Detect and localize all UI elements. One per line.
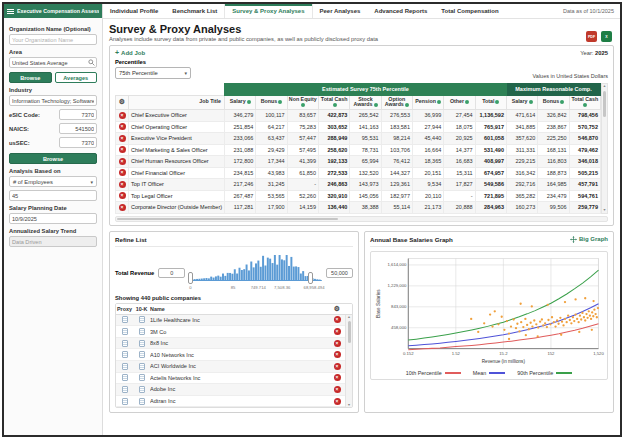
averages-button[interactable]: Averages	[55, 72, 98, 83]
delete-company-icon[interactable]: ×	[334, 374, 341, 381]
scrollbar-thumb[interactable]	[603, 91, 606, 117]
industry-input[interactable]	[9, 95, 97, 106]
delete-company-icon[interactable]: ×	[334, 316, 341, 323]
scroll-up-icon[interactable]: ▲	[347, 315, 350, 319]
revenue-max-input[interactable]	[326, 268, 353, 278]
legend-item: 10th Percentile	[406, 370, 461, 376]
menu-icon[interactable]	[7, 9, 14, 14]
info-icon[interactable]	[437, 100, 441, 104]
info-icon[interactable]	[333, 103, 337, 107]
browse-industry-button[interactable]: Browse	[9, 153, 97, 164]
range-slider-left-handle[interactable]	[188, 272, 193, 284]
delete-company-icon[interactable]: ×	[334, 398, 341, 405]
delete-row-icon[interactable]: ×	[119, 135, 126, 142]
proxy-document-icon[interactable]	[122, 328, 128, 335]
value-cell: 16,664	[412, 144, 443, 156]
proxy-document-icon[interactable]	[122, 374, 128, 381]
tab-individual-profile[interactable]: Individual Profile	[103, 4, 165, 18]
proxy-document-icon[interactable]	[122, 351, 128, 358]
legend-item: 90th Percentile	[517, 370, 572, 376]
info-icon[interactable]	[529, 100, 533, 104]
tenk-document-icon[interactable]	[139, 351, 145, 358]
naics-input[interactable]	[59, 123, 97, 134]
proxy-document-icon[interactable]	[122, 386, 128, 393]
settings-icon[interactable]: ⚙	[119, 98, 125, 105]
info-icon[interactable]	[278, 100, 282, 104]
tab-total-compensation[interactable]: Total Compensation	[434, 4, 505, 18]
info-icon[interactable]	[583, 103, 587, 107]
delete-row-icon[interactable]: ×	[119, 123, 126, 130]
browse-area-button[interactable]: Browse	[9, 72, 52, 83]
tenk-document-icon[interactable]	[139, 328, 145, 335]
tab-benchmark-list[interactable]: Benchmark List	[165, 4, 224, 18]
delete-company-icon[interactable]: ×	[334, 328, 341, 335]
proxy-document-icon[interactable]	[122, 340, 128, 347]
tenk-document-icon[interactable]	[139, 398, 145, 405]
histogram-tick-label: 7,508.36	[274, 285, 290, 290]
proxy-document-icon[interactable]	[122, 316, 128, 323]
value-cell: 183,581	[381, 121, 412, 133]
info-icon[interactable]	[301, 103, 305, 107]
delete-company-icon[interactable]: ×	[334, 351, 341, 358]
revenue-min-input[interactable]	[158, 268, 185, 278]
delete-row-icon[interactable]: ×	[119, 204, 126, 211]
info-icon[interactable]	[560, 100, 564, 104]
tab-advanced-reports[interactable]: Advanced Reports	[367, 4, 434, 18]
company-list-scrollbar[interactable]: ▲ ▼	[345, 315, 352, 408]
scroll-up-icon[interactable]: ▲	[603, 84, 606, 89]
topbar: Individual ProfileBenchmark ListSurvey &…	[103, 4, 620, 19]
table-horizontal-scrollbar[interactable]	[115, 216, 608, 222]
proxy-document-icon[interactable]	[122, 398, 128, 405]
info-icon[interactable]	[247, 100, 251, 104]
scroll-down-icon[interactable]: ▼	[603, 208, 606, 213]
info-icon[interactable]	[465, 100, 469, 104]
search-icon[interactable]	[88, 59, 95, 66]
big-graph-link[interactable]: Big Graph	[570, 236, 608, 243]
scrollbar-thumb[interactable]	[117, 218, 338, 221]
proxy-document-icon[interactable]	[122, 363, 128, 370]
delete-row-icon[interactable]: ×	[119, 181, 126, 188]
expand-icon	[570, 236, 577, 243]
employees-input[interactable]	[9, 190, 97, 201]
info-icon[interactable]	[495, 100, 499, 104]
settings-icon[interactable]: ⚙	[334, 305, 340, 312]
delete-row-icon[interactable]: ×	[119, 112, 126, 119]
value-cell: 145,056	[350, 190, 381, 202]
area-input[interactable]	[9, 57, 97, 68]
value-cell: 292,716	[506, 179, 537, 191]
info-icon[interactable]	[374, 103, 378, 107]
delete-row-icon[interactable]: ×	[119, 169, 126, 176]
tenk-document-icon[interactable]	[139, 374, 145, 381]
ussec-input[interactable]	[59, 137, 97, 148]
range-slider-right-handle[interactable]	[308, 272, 313, 284]
esic-input[interactable]	[59, 109, 97, 120]
company-name: ACI Worldwide Inc	[150, 363, 330, 369]
tab-peer-analyses[interactable]: Peer Analyses	[313, 4, 368, 18]
column-header-label: Bonus	[261, 98, 277, 104]
delete-company-icon[interactable]: ×	[334, 363, 341, 370]
delete-row-icon[interactable]: ×	[119, 158, 126, 165]
scrollbar-thumb[interactable]	[348, 321, 351, 343]
org-name-input[interactable]	[9, 34, 97, 45]
percentile-select[interactable]: 75th Percentile ▾	[115, 67, 191, 79]
analysis-based-on-select[interactable]: # of Employees ▾	[9, 176, 97, 187]
export-pdf-icon[interactable]: PDF	[586, 31, 597, 42]
table-vertical-scrollbar[interactable]: ▲ ▼	[601, 83, 608, 214]
svg-text:Revenue (in millions): Revenue (in millions)	[482, 359, 526, 364]
tab-survey-proxy-analyses[interactable]: Survey & Proxy Analyses	[224, 4, 312, 18]
delete-company-icon[interactable]: ×	[334, 340, 341, 347]
salary-planning-date-input[interactable]	[9, 213, 97, 224]
tenk-document-icon[interactable]	[139, 363, 145, 370]
delete-row-icon[interactable]: ×	[119, 192, 126, 199]
export-excel-icon[interactable]: X	[601, 31, 612, 42]
year-display: Year: 2025	[580, 50, 608, 56]
value-cell: 136,440	[318, 202, 349, 214]
add-job-button[interactable]: + Add Job	[115, 50, 145, 56]
delete-row-icon[interactable]: ×	[119, 146, 126, 153]
tenk-document-icon[interactable]	[139, 316, 145, 323]
delete-company-icon[interactable]: ×	[334, 386, 341, 393]
scroll-down-icon[interactable]: ▼	[347, 403, 350, 407]
tenk-document-icon[interactable]	[139, 340, 145, 347]
info-icon[interactable]	[405, 103, 409, 107]
tenk-document-icon[interactable]	[139, 386, 145, 393]
